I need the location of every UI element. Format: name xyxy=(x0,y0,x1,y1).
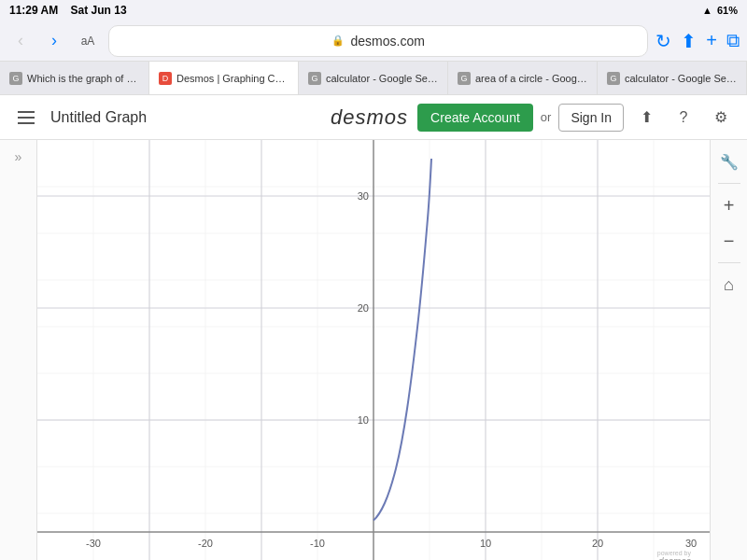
graph-area[interactable]: -30 -20 -10 10 20 30 10 20 30 powered by… xyxy=(37,140,710,560)
toolbar-divider-1 xyxy=(718,183,740,184)
add-tab-button[interactable]: + xyxy=(706,30,717,51)
sign-in-button[interactable]: Sign In xyxy=(558,104,624,132)
tab-favicon-1: D xyxy=(159,72,172,85)
zoom-out-button[interactable]: − xyxy=(713,225,745,257)
tab-1[interactable]: D Desmos | Graphing Cal… xyxy=(149,62,299,94)
tab-label-3: area of a circle - Google… xyxy=(475,73,587,84)
tab-4[interactable]: G calculator - Google Sea… xyxy=(598,62,747,94)
svg-text:10: 10 xyxy=(480,538,491,549)
main-area: » xyxy=(0,140,747,560)
header-actions: Create Account or Sign In ⬆ ? ⚙ xyxy=(417,103,736,133)
date: Sat Jun 13 xyxy=(71,4,127,17)
svg-text:30: 30 xyxy=(685,538,697,549)
tab-favicon-2: G xyxy=(308,72,321,85)
svg-text:-20: -20 xyxy=(198,538,213,549)
menu-button[interactable] xyxy=(11,103,41,133)
graph-canvas: -30 -20 -10 10 20 30 10 20 30 powered by… xyxy=(37,140,710,560)
svg-text:20: 20 xyxy=(592,538,603,549)
forward-button[interactable]: › xyxy=(41,28,67,54)
address-bar[interactable]: 🔒 desmos.com xyxy=(108,25,648,57)
time-display: 11:29 AM Sat Jun 13 xyxy=(9,4,127,17)
or-label: or xyxy=(541,110,552,124)
tab-favicon-4: G xyxy=(607,72,620,85)
tab-2[interactable]: G calculator - Google Sea… xyxy=(299,62,448,94)
chrome-actions: ↻ ⬆ + ⧉ xyxy=(655,30,740,52)
reader-mode-button[interactable]: aA xyxy=(75,28,101,54)
svg-text:30: 30 xyxy=(358,190,369,202)
help-button[interactable]: ? xyxy=(669,103,698,133)
tab-label-4: calculator - Google Sea… xyxy=(625,73,737,84)
svg-text:-30: -30 xyxy=(86,538,101,549)
graph-title: Untitled Graph xyxy=(50,109,321,126)
share-icon-button[interactable]: ⬆ xyxy=(631,103,661,133)
left-panel: » xyxy=(0,140,37,560)
battery-icon: 61% xyxy=(717,5,738,16)
tab-favicon-0: G xyxy=(9,72,22,85)
status-icons: ▲ 61% xyxy=(702,5,738,16)
svg-text:-10: -10 xyxy=(310,538,325,549)
hamburger-line-1 xyxy=(18,111,35,113)
desmos-header: Untitled Graph desmos Create Account or … xyxy=(0,95,747,140)
create-account-button[interactable]: Create Account xyxy=(417,104,533,132)
share-button[interactable]: ⬆ xyxy=(681,30,697,52)
svg-text:20: 20 xyxy=(358,302,369,314)
settings-button[interactable]: ⚙ xyxy=(706,103,736,133)
right-toolbar: 🔧 + − ⌂ xyxy=(710,140,747,560)
svg-text:desmos: desmos xyxy=(658,556,691,560)
tab-0[interactable]: G Which is the graph of F(… xyxy=(0,62,149,94)
tab-3[interactable]: G area of a circle - Google… xyxy=(448,62,598,94)
tabs-bar: G Which is the graph of F(… D Desmos | G… xyxy=(0,62,747,95)
url-text: desmos.com xyxy=(350,34,424,49)
zoom-in-button[interactable]: + xyxy=(713,189,745,221)
desmos-logo: desmos xyxy=(331,105,408,130)
expand-panel-button[interactable]: » xyxy=(11,146,26,168)
tab-favicon-3: G xyxy=(458,72,471,85)
toolbar-divider-2 xyxy=(718,262,740,263)
wrench-button[interactable]: 🔧 xyxy=(713,146,745,177)
hamburger-line-2 xyxy=(18,117,35,119)
tab-label-2: calculator - Google Sea… xyxy=(326,73,438,84)
home-button[interactable]: ⌂ xyxy=(713,269,745,301)
wifi-icon: ▲ xyxy=(702,5,712,16)
hamburger-line-3 xyxy=(18,122,35,124)
lock-icon: 🔒 xyxy=(331,35,345,47)
svg-text:10: 10 xyxy=(358,414,369,426)
back-button[interactable]: ‹ xyxy=(7,28,34,54)
reload-button[interactable]: ↻ xyxy=(655,30,671,52)
tab-label-1: Desmos | Graphing Cal… xyxy=(176,73,289,84)
status-bar: 11:29 AM Sat Jun 13 ▲ 61% xyxy=(0,0,747,21)
tab-switcher-button[interactable]: ⧉ xyxy=(726,30,740,51)
browser-chrome: ‹ › aA 🔒 desmos.com ↻ ⬆ + ⧉ xyxy=(0,21,747,62)
tab-label-0: Which is the graph of F(… xyxy=(27,73,139,84)
time: 11:29 AM xyxy=(9,4,58,17)
